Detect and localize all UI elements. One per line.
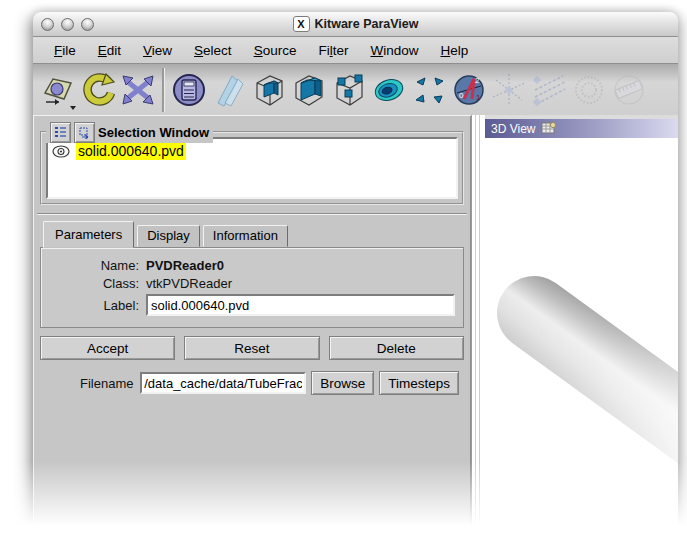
cylinder-render — [485, 138, 678, 533]
selection-window-title: Selection Window — [98, 125, 209, 140]
svg-text:0: 0 — [459, 91, 464, 100]
reset-view-button[interactable] — [38, 69, 78, 111]
selection-window-group: Selection Window solid.000640.pvd — [40, 131, 464, 205]
rotate-button[interactable] — [78, 69, 118, 111]
tab-display[interactable]: Display — [137, 225, 200, 247]
tab-parameters[interactable]: Parameters — [43, 221, 134, 248]
clip-icon — [251, 72, 287, 108]
contour-button[interactable] — [369, 69, 409, 111]
close-button[interactable] — [41, 18, 54, 31]
tab-information[interactable]: Information — [203, 225, 288, 247]
source-item-label[interactable]: solid.000640.pvd — [76, 142, 186, 160]
zoom-button[interactable] — [81, 18, 94, 31]
clip-button[interactable] — [249, 69, 289, 111]
list-item[interactable]: solid.000640.pvd — [52, 142, 452, 160]
action-buttons: Accept Reset Delete — [40, 336, 464, 360]
x11-icon: X — [293, 16, 310, 32]
pipeline-list[interactable]: solid.000640.pvd — [46, 137, 458, 199]
glyph-icon — [411, 72, 447, 108]
dropdown-arrow-icon — [70, 106, 76, 110]
axes-icon — [491, 72, 527, 108]
threshold-button[interactable] — [329, 69, 369, 111]
menu-window[interactable]: Window — [359, 43, 429, 58]
browse-button[interactable]: Browse — [311, 371, 374, 395]
extract-icon — [291, 72, 327, 108]
volume-render-icon — [571, 72, 607, 108]
select-tool-button[interactable] — [74, 122, 95, 143]
svg-text:2: 2 — [475, 76, 480, 85]
contour-icon — [371, 72, 407, 108]
menu-source[interactable]: Source — [243, 43, 308, 58]
panel-splitter[interactable] — [471, 115, 485, 533]
menu-bar: File Edit View Select Source Filter Wind… — [33, 37, 678, 64]
reset-view-icon — [40, 72, 76, 108]
menu-filter[interactable]: Filter — [307, 43, 359, 58]
class-value: vtkPVDReader — [146, 276, 232, 291]
filename-label: Filename — [80, 376, 140, 391]
pan-button[interactable] — [118, 69, 158, 111]
filename-row: Filename Browse Timesteps — [40, 371, 464, 395]
name-value: PVDReader0 — [146, 258, 224, 273]
view3d-canvas[interactable] — [485, 138, 678, 533]
traffic-lights — [41, 18, 94, 31]
rotate-icon — [80, 72, 116, 108]
menu-file[interactable]: File — [43, 43, 87, 58]
app-window: X Kitware ParaView File Edit View Select… — [33, 12, 678, 533]
tab-bar: Parameters Display Information — [39, 221, 465, 247]
window-title: Kitware ParaView — [315, 17, 419, 31]
axes-button — [489, 69, 529, 111]
view-properties-icon[interactable] — [541, 122, 557, 135]
parameters-frame: Name: PVDReader0 Class: vtkPVDReader Lab… — [40, 247, 464, 328]
properties-panel: Selection Window solid.000640.pvd — [33, 115, 471, 533]
ruler-button — [609, 69, 649, 111]
label-input[interactable] — [146, 294, 455, 316]
calculator-button[interactable] — [169, 69, 209, 111]
menu-help[interactable]: Help — [429, 43, 479, 58]
menu-edit[interactable]: Edit — [87, 43, 132, 58]
view3d-title: 3D View — [491, 122, 535, 136]
menu-view[interactable]: View — [132, 43, 183, 58]
source-list-button[interactable] — [50, 122, 71, 143]
probe-icon: 2 0 1 — [451, 72, 487, 108]
main-area: Selection Window solid.000640.pvd — [33, 115, 678, 533]
timesteps-button[interactable]: Timesteps — [379, 371, 459, 395]
toolbar-separator — [162, 68, 165, 112]
label-label: Label: — [45, 298, 139, 313]
window-title-group: X Kitware ParaView — [33, 12, 678, 36]
select-tool-icon — [78, 126, 91, 139]
svg-text:1: 1 — [476, 93, 481, 102]
delete-button[interactable]: Delete — [329, 336, 464, 360]
reset-button[interactable]: Reset — [184, 336, 319, 360]
toolbar: 2 0 1 — [33, 64, 678, 117]
title-bar[interactable]: X Kitware ParaView — [33, 12, 678, 37]
view3d-pane: 3D View — [485, 115, 678, 533]
glyph-button[interactable] — [409, 69, 449, 111]
menu-select[interactable]: Select — [183, 43, 243, 58]
selection-window-header: Selection Window — [46, 122, 213, 143]
ruler-icon — [611, 72, 647, 108]
source-list-icon — [54, 126, 67, 139]
cut-plane-icon — [211, 72, 247, 108]
cut-plane-button[interactable] — [209, 69, 249, 111]
filename-input[interactable] — [140, 372, 306, 394]
name-label: Name: — [45, 258, 139, 273]
name-row: Name: PVDReader0 — [45, 258, 459, 273]
probe-button[interactable]: 2 0 1 — [449, 69, 489, 111]
stream-tracer-icon — [531, 72, 567, 108]
extract-button[interactable] — [289, 69, 329, 111]
class-row: Class: vtkPVDReader — [45, 276, 459, 291]
threshold-icon — [331, 72, 367, 108]
horizontal-separator — [37, 213, 467, 215]
calculator-icon — [171, 72, 207, 108]
class-label: Class: — [45, 276, 139, 291]
stream-tracer-button — [529, 69, 569, 111]
view3d-header: 3D View — [485, 119, 678, 138]
volume-render-button — [569, 69, 609, 111]
visibility-eye-icon[interactable] — [52, 145, 70, 158]
accept-button[interactable]: Accept — [40, 336, 175, 360]
pan-icon — [120, 72, 156, 108]
label-row: Label: — [45, 294, 459, 316]
minimize-button[interactable] — [61, 18, 74, 31]
